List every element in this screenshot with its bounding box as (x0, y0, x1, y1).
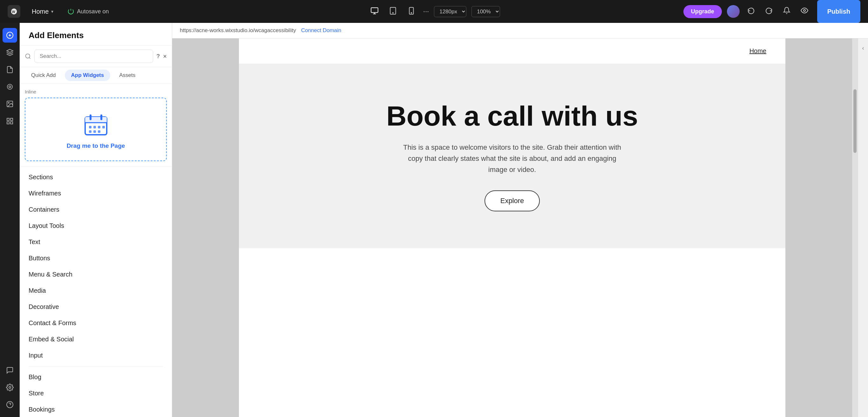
tab-assets[interactable]: Assets (113, 69, 142, 81)
icon-sidebar (0, 23, 20, 417)
collapse-right-panel-button[interactable]: ‹ (862, 45, 864, 52)
category-item-sections[interactable]: Sections (20, 169, 172, 185)
svg-point-23 (26, 54, 30, 58)
autosave-indicator: Autosave on (67, 8, 108, 15)
resolution-select[interactable]: 1280px 1920px 768px (434, 6, 466, 17)
site-navigation: Home (239, 38, 785, 64)
category-item-blog[interactable]: Blog (20, 369, 172, 385)
left-panel: Add Elements ? × Quick Add App Widgets A… (20, 23, 172, 417)
hero-section: Book a call with us This is a space to w… (239, 64, 785, 248)
canvas-scrollbar[interactable] (852, 38, 858, 417)
search-close-button[interactable]: × (163, 53, 167, 60)
calendar-icon (83, 112, 108, 137)
zoom-select[interactable]: 100% 75% 125% (471, 6, 500, 17)
tablet-view-button[interactable] (386, 4, 400, 19)
category-item-containers[interactable]: Containers (20, 202, 172, 218)
category-item-media[interactable]: Media (20, 282, 172, 299)
category-item-input[interactable]: Input (20, 348, 172, 364)
hero-cta-button[interactable]: Explore (485, 190, 540, 211)
svg-rect-17 (10, 118, 13, 120)
upgrade-button[interactable]: Upgrade (683, 5, 722, 18)
preview-button[interactable] (798, 4, 811, 19)
svg-rect-32 (102, 126, 105, 128)
connect-domain-link[interactable]: Connect Domain (301, 27, 342, 34)
svg-rect-33 (89, 130, 92, 133)
svg-rect-30 (93, 126, 96, 128)
autosave-label: Autosave on (77, 8, 108, 15)
svg-point-4 (393, 12, 393, 13)
canvas-scroll-area[interactable]: Home Book a call with us This is a space… (172, 38, 852, 417)
svg-point-6 (411, 12, 412, 13)
home-label: Home (32, 8, 49, 15)
widget-preview-area: Inline (20, 84, 172, 167)
inline-label: Inline (25, 89, 167, 94)
panel-search-area: ? × (20, 46, 172, 67)
svg-marker-11 (7, 49, 13, 53)
svg-rect-2 (371, 8, 378, 12)
hero-title: Book a call with us (386, 101, 638, 131)
right-panel-collapse: ‹ (858, 38, 868, 417)
category-item-decorative[interactable]: Decorative (20, 299, 172, 315)
chat-icon-button[interactable] (3, 363, 17, 378)
scrollbar-thumb[interactable] (854, 89, 857, 153)
desktop-view-button[interactable] (368, 4, 381, 19)
category-item-buttons[interactable]: Buttons (20, 250, 172, 266)
app-logo[interactable]: W (8, 5, 20, 18)
interactions-icon-button[interactable] (3, 80, 17, 94)
category-item-wireframes[interactable]: Wireframes (20, 185, 172, 202)
widget-drag-card[interactable]: Drag me to the Page (25, 97, 167, 161)
svg-rect-19 (7, 122, 9, 124)
svg-rect-18 (10, 122, 13, 124)
notifications-button[interactable] (780, 4, 793, 19)
svg-rect-31 (98, 126, 100, 128)
tab-app-widgets[interactable]: App Widgets (65, 69, 111, 81)
device-controls: ··· 1280px 1920px 768px 100% 75% 125% (368, 4, 500, 19)
tab-quick-add[interactable]: Quick Add (25, 69, 62, 81)
hero-subtitle: This is a space to welcome visitors to t… (401, 142, 623, 175)
search-icon (25, 53, 31, 59)
below-fold-area (239, 248, 785, 375)
svg-rect-16 (7, 118, 9, 120)
add-elements-icon-button[interactable] (3, 28, 17, 42)
url-bar: https://acne-works.wixstudio.io/wcagacce… (172, 23, 868, 38)
category-item-menu-search[interactable]: Menu & Search (20, 266, 172, 282)
site-url: https://acne-works.wixstudio.io/wcagacce… (180, 27, 296, 34)
category-item-bookings[interactable]: Bookings (20, 401, 172, 417)
category-item-layout-tools[interactable]: Layout Tools (20, 218, 172, 234)
svg-rect-28 (100, 114, 102, 120)
svg-text:W: W (12, 10, 16, 14)
svg-rect-25 (85, 117, 107, 123)
help-icon-button[interactable] (3, 397, 17, 412)
more-options-icon[interactable]: ··· (423, 7, 429, 16)
pages-icon-button[interactable] (3, 62, 17, 77)
svg-rect-27 (90, 114, 92, 120)
svg-point-20 (9, 386, 11, 388)
media-icon-button[interactable] (3, 97, 17, 111)
apps-icon-button[interactable] (3, 114, 17, 128)
home-page-button[interactable]: Home ▾ (27, 5, 58, 18)
category-item-embed-social[interactable]: Embed & Social (20, 331, 172, 348)
undo-button[interactable] (745, 4, 757, 19)
search-help-button[interactable]: ? (156, 53, 160, 60)
category-list: Sections Wireframes Containers Layout To… (20, 167, 172, 417)
category-item-contact-forms[interactable]: Contact & Forms (20, 315, 172, 331)
svg-point-12 (9, 86, 11, 88)
search-input[interactable] (34, 50, 153, 63)
topbar-right: Upgrade (683, 4, 811, 19)
svg-point-13 (7, 84, 12, 89)
category-item-store[interactable]: Store (20, 385, 172, 401)
svg-point-15 (8, 102, 9, 103)
panel-header: Add Elements (20, 23, 172, 46)
settings-icon-button[interactable] (3, 380, 17, 395)
user-avatar[interactable] (727, 5, 740, 18)
panel-tabs: Quick Add App Widgets Assets (20, 67, 172, 84)
site-frame: Home Book a call with us This is a space… (239, 38, 785, 417)
mobile-view-button[interactable] (405, 4, 418, 19)
category-item-text[interactable]: Text (20, 234, 172, 250)
canvas-area: https://acne-works.wixstudio.io/wcagacce… (172, 23, 868, 417)
redo-button[interactable] (763, 4, 775, 19)
svg-rect-35 (98, 130, 100, 133)
layers-icon-button[interactable] (3, 45, 17, 60)
publish-button[interactable]: Publish (817, 0, 860, 23)
nav-home-link[interactable]: Home (749, 47, 766, 55)
